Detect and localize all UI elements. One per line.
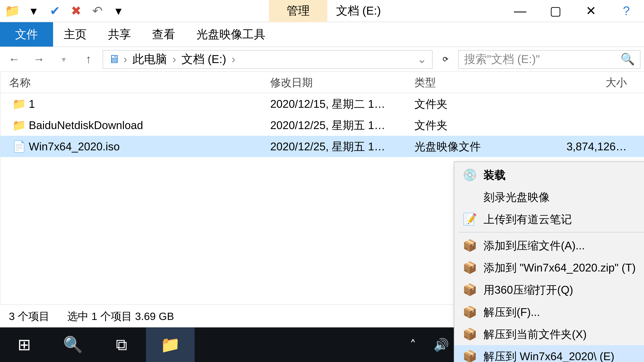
ribbon-tab-file[interactable]: 文件 [0,22,53,46]
file-type: 光盘映像文件 [414,139,534,154]
menu-item-icon: 📦 [462,238,477,253]
menu-item-label: 装载 [484,167,506,182]
search-input[interactable]: 搜索"文档 (E:)" 🔍 [458,50,640,68]
search-icon: 🔍 [620,52,634,66]
qat-check-icon[interactable]: ✔ [46,2,64,20]
menu-item-label: 刻录光盘映像 [484,190,550,204]
ribbon-tab-home[interactable]: 主页 [53,22,97,46]
app-icon: 📁 [4,2,21,20]
ribbon-tab-view[interactable]: 查看 [142,22,186,46]
file-name: 1 [29,97,270,110]
context-menu-item[interactable]: 刻录光盘映像 [454,186,644,208]
col-modified[interactable]: 修改日期 [270,75,414,89]
maximize-button[interactable]: ▢ [538,0,573,22]
status-item-count: 3 个项目 [9,309,50,323]
refresh-button[interactable]: ⟳ [436,55,455,63]
minimize-button[interactable]: — [502,0,538,22]
task-view-button[interactable]: ⧉ [97,328,146,362]
context-menu-item[interactable]: 📦解压到 Win7x64_2020\ (E) [454,345,644,362]
address-dropdown-icon[interactable]: ⌄ [417,52,427,66]
menu-item-label: 解压到当前文件夹(X) [484,327,587,341]
menu-item-icon: 📦 [462,327,477,342]
start-button[interactable]: ⊞ [0,328,49,362]
folder-icon: 📁 [9,119,29,132]
file-type: 文件夹 [414,118,534,132]
menu-separator [459,232,644,232]
nav-history-icon[interactable]: ▾ [53,49,74,70]
col-name[interactable]: 名称 [9,75,270,89]
file-size: 3,874,126… [534,140,644,153]
qat-close-icon[interactable]: ✖ [67,2,85,20]
context-menu: 💿装载刻录光盘映像📝上传到有道云笔记📦添加到压缩文件(A)...📦添加到 "Wi… [454,162,644,362]
quick-access-toolbar: 📁 ▾ ✔ ✖ ↶ ▾ 管理 文档 (E:) — ▢ ✕ ? [0,0,644,22]
taskbar-explorer-button[interactable]: 📁 [146,328,194,362]
file-name: BaiduNetdiskDownload [29,119,270,132]
menu-item-icon: 📦 [462,282,477,297]
tray-sound-icon[interactable]: 🔊 [427,328,456,362]
context-menu-item[interactable]: 📦添加到压缩文件(A)... [454,234,644,256]
address-bar: ← → ▾ ↑ 🖥 › 此电脑 › 文档 (E:) › ⌄ ⟳ 搜索"文档 (E… [0,47,644,72]
ribbon-tab-iso[interactable]: 光盘映像工具 [186,22,276,46]
breadcrumb-sep-icon: › [124,52,127,66]
file-modified: 2020/12/25, 星期五 1… [270,118,414,132]
menu-item-icon: 📦 [462,260,477,275]
breadcrumb-pc[interactable]: 此电脑 [131,51,169,67]
menu-item-label: 用360压缩打开(Q) [484,282,573,297]
qat-more-icon[interactable]: ▾ [110,2,127,20]
help-button[interactable]: ? [608,0,644,22]
context-menu-item[interactable]: 📦添加到 "Win7x64_2020.zip" (T) [454,256,644,279]
context-menu-item[interactable]: 💿装载 [454,164,644,186]
file-modified: 2020/12/25, 星期五 1… [270,139,414,154]
tray-overflow-icon[interactable]: ˄ [399,328,427,362]
nav-forward-button[interactable]: → [28,49,50,70]
status-selection: 选中 1 个项目 3.69 GB [67,309,174,323]
file-row[interactable]: 📁BaiduNetdiskDownload2020/12/25, 星期五 1…文… [0,114,644,136]
menu-item-label: 解压到(F)... [484,305,540,319]
this-pc-icon: 🖥 [108,52,120,66]
window-title: 文档 (E:) [336,3,381,19]
context-menu-item[interactable]: 📦用360压缩打开(Q) [454,279,644,301]
context-menu-item[interactable]: 📦解压到(F)... [454,301,644,323]
col-size[interactable]: 大小 [534,75,644,89]
col-type[interactable]: 类型 [414,75,534,89]
file-icon: 📄 [9,140,29,153]
file-row[interactable]: 📁12020/12/15, 星期二 1…文件夹 [0,93,644,114]
menu-item-label: 添加到压缩文件(A)... [484,238,585,253]
taskbar-search-button[interactable]: 🔍 [49,328,97,362]
menu-item-icon: 📦 [462,349,477,362]
menu-item-icon: 📝 [462,212,477,227]
menu-item-label: 添加到 "Win7x64_2020.zip" (T) [484,260,636,275]
breadcrumb-sep-icon: › [172,52,176,66]
ribbon-tab-share[interactable]: 共享 [97,22,142,46]
file-modified: 2020/12/15, 星期二 1… [270,96,414,111]
column-headers: 名称 修改日期 类型 大小 [0,72,644,93]
breadcrumb-sep-icon: › [232,52,236,66]
qat-undo-icon[interactable]: ↶ [88,2,106,20]
menu-item-icon: 📦 [462,304,477,320]
nav-back-button[interactable]: ← [4,49,25,70]
context-menu-item[interactable]: 📦解压到当前文件夹(X) [454,323,644,345]
menu-item-icon [462,189,477,204]
breadcrumb-drive[interactable]: 文档 (E:) [180,51,228,67]
context-tab-manage[interactable]: 管理 [269,0,327,22]
search-placeholder: 搜索"文档 (E:)" [464,51,540,67]
nav-up-button[interactable]: ↑ [78,49,99,70]
file-row[interactable]: 📄Win7x64_2020.iso2020/12/25, 星期五 1…光盘映像文… [0,136,644,157]
menu-item-label: 上传到有道云笔记 [484,212,572,226]
file-type: 文件夹 [414,96,534,111]
menu-item-label: 解压到 Win7x64_2020\ (E) [484,349,614,362]
folder-icon: 📁 [9,97,29,110]
file-name: Win7x64_2020.iso [29,140,270,153]
address-box[interactable]: 🖥 › 此电脑 › 文档 (E:) › ⌄ [103,50,432,68]
menu-item-icon: 💿 [462,167,477,182]
qat-dropdown-icon[interactable]: ▾ [25,2,42,20]
close-button[interactable]: ✕ [573,0,608,22]
ribbon-tabs: 文件 主页 共享 查看 光盘映像工具 [0,22,644,47]
context-menu-item[interactable]: 📝上传到有道云笔记 [454,208,644,230]
